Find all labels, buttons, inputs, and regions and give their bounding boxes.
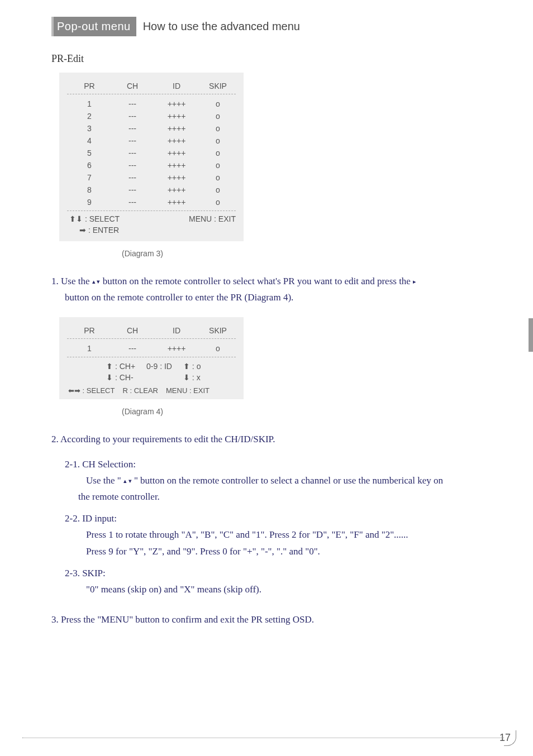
d3-col-ch: CH <box>112 82 153 90</box>
d3-select-hint: ⬆⬇ : SELECT <box>67 214 120 223</box>
hint-id: 0-9 : ID <box>146 362 172 371</box>
d3-cell-skip: o <box>200 112 236 121</box>
d3-cell-pr: 9 <box>67 198 112 207</box>
d4-col-id: ID <box>153 326 200 335</box>
d3-cell-skip: o <box>200 149 236 157</box>
table-row: 8---++++o <box>67 184 236 196</box>
d3-cell-id: ++++ <box>153 124 200 133</box>
d4-col-skip: SKIP <box>200 326 236 335</box>
diagram3-caption: (Diagram 3) <box>122 249 493 258</box>
d3-cell-id: ++++ <box>153 161 200 170</box>
s21-body2: the remote controller. <box>78 491 160 502</box>
step1-line2: button on the remote controller to enter… <box>51 290 293 306</box>
table-row: 1---++++o <box>67 98 236 110</box>
d3-cell-pr: 1 <box>67 99 112 108</box>
table-row: 9---++++o <box>67 196 236 208</box>
right-icon: ▸ <box>413 278 416 285</box>
d3-cell-ch: --- <box>112 185 153 194</box>
d3-cell-ch: --- <box>112 99 153 108</box>
s21-b: " button on the remote controller to sel… <box>132 475 443 486</box>
d3-cell-id: ++++ <box>153 149 200 157</box>
d3-cell-pr: 8 <box>67 185 112 194</box>
table-row: 4---++++o <box>67 135 236 147</box>
d3-cell-ch: --- <box>112 124 153 133</box>
d3-cell-pr: 3 <box>67 124 112 133</box>
d4-clear-hint: R : CLEAR <box>122 386 158 395</box>
d3-cell-pr: 4 <box>67 136 112 145</box>
diagram4-box: PR CH ID SKIP 1 --- ++++ o ⬆ : CH+ ⬇ : C… <box>59 317 244 399</box>
d3-cell-id: ++++ <box>153 198 200 207</box>
d3-cell-ch: --- <box>112 173 153 182</box>
s22-body2: Press 9 for "Y", "Z", and "9". Press 0 f… <box>86 546 320 557</box>
table-row: 6---++++o <box>67 159 236 171</box>
page-number: 17 <box>499 732 511 744</box>
section-title: PR-Edit <box>51 53 493 65</box>
s22-head: 2-2. ID input: <box>65 513 493 524</box>
d3-cell-ch: --- <box>112 198 153 207</box>
d3-cell-skip: o <box>200 136 236 145</box>
d3-col-id: ID <box>153 82 200 90</box>
d3-cell-skip: o <box>200 99 236 108</box>
step3-text: 3. Press the "MENU" button to confirm an… <box>51 612 493 628</box>
d3-cell-ch: --- <box>112 112 153 121</box>
d3-cell-id: ++++ <box>153 185 200 194</box>
d4-select-hint: ⬅➡ : SELECT <box>68 386 115 395</box>
step2-text: 2. According to your requirements to edi… <box>51 432 493 448</box>
d4-ch: --- <box>112 344 153 353</box>
d4-menu-hint: MENU : EXIT <box>166 386 210 395</box>
s23-head: 2-3. SKIP: <box>65 568 493 579</box>
s22-body1: Press 1 to rotate through "A", "B", "C" … <box>86 529 408 540</box>
footer-dotline <box>22 738 504 738</box>
header-light: How to use the advanced menu <box>136 17 307 36</box>
d3-cell-ch: --- <box>112 149 153 157</box>
s21-body: Use the " ▴ ▾ " button on the remote con… <box>65 472 493 506</box>
d3-cell-ch: --- <box>112 136 153 145</box>
header-bar: Pop-out menu How to use the advanced men… <box>51 17 493 36</box>
table-row: 3---++++o <box>67 122 236 135</box>
step1-text: 1. Use the ▴ ▾ button on the remote cont… <box>51 274 493 306</box>
s21-head: 2-1. CH Selection: <box>65 459 493 470</box>
d4-col-ch: CH <box>112 326 153 335</box>
d3-cell-id: ++++ <box>153 136 200 145</box>
table-row: 7---++++o <box>67 171 236 184</box>
d3-col-skip: SKIP <box>200 82 236 90</box>
d3-menu-hint: MENU : EXIT <box>189 214 236 223</box>
diagram3-box: PR CH ID SKIP 1---++++o2---++++o3---++++… <box>59 73 244 241</box>
step1-a: 1. Use the <box>51 276 92 286</box>
page-tab <box>529 318 533 352</box>
diagram4-caption: (Diagram 4) <box>122 407 493 416</box>
d3-cell-skip: o <box>200 198 236 207</box>
d4-skip: o <box>200 344 236 353</box>
d3-cell-pr: 5 <box>67 149 112 157</box>
hint-ch-down: ⬇ : CH- <box>106 373 135 382</box>
d3-cell-id: ++++ <box>153 99 200 108</box>
header-dark: Pop-out menu <box>51 17 136 36</box>
table-row: 5---++++o <box>67 147 236 159</box>
hint-ch-up: ⬆ : CH+ <box>106 362 135 371</box>
step1-b: button on the remote controller to selec… <box>100 276 413 286</box>
s21-a: Use the " <box>86 475 123 486</box>
d3-cell-pr: 2 <box>67 112 112 121</box>
up-down-icon: ▴ ▾ <box>92 278 101 285</box>
d4-col-pr: PR <box>67 326 112 335</box>
hint-skip-o: ⬆ : o <box>183 362 201 371</box>
d3-cell-ch: --- <box>112 161 153 170</box>
d3-cell-skip: o <box>200 173 236 182</box>
up-down-icon: ▴ ▾ <box>123 477 132 484</box>
d4-pr: 1 <box>67 344 112 353</box>
d3-cell-pr: 7 <box>67 173 112 182</box>
d3-enter-hint: ➡ : ENTER <box>67 223 236 235</box>
d3-col-pr: PR <box>67 82 112 90</box>
s22-body: Press 1 to rotate through "A", "B", "C" … <box>65 527 493 560</box>
d3-cell-id: ++++ <box>153 112 200 121</box>
d3-cell-skip: o <box>200 161 236 170</box>
table-row: 2---++++o <box>67 110 236 122</box>
d3-cell-id: ++++ <box>153 173 200 182</box>
d4-id: ++++ <box>153 344 200 353</box>
s23-body: "0" means (skip on) and "X" means (skip … <box>65 581 493 598</box>
d3-cell-pr: 6 <box>67 161 112 170</box>
hint-skip-x: ⬇ : x <box>183 373 201 382</box>
d3-cell-skip: o <box>200 185 236 194</box>
d3-cell-skip: o <box>200 124 236 133</box>
